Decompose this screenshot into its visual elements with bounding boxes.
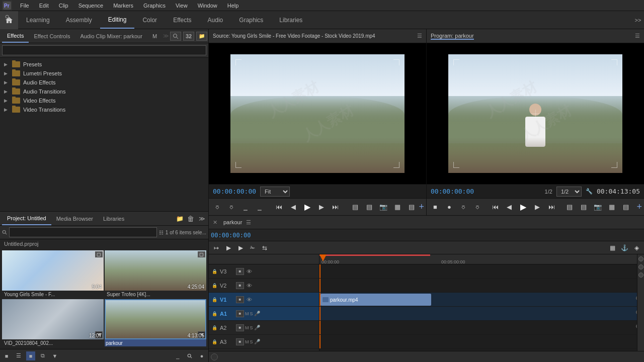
tree-item-lumetri[interactable]: ▶ Lumetri Presets — [0, 69, 208, 78]
source-play[interactable]: ▶ — [301, 201, 314, 214]
tab-audio[interactable]: Audio — [200, 11, 231, 29]
tl-tool-select[interactable]: ↦ — [211, 242, 222, 253]
source-goto-end[interactable]: ⏭ — [329, 201, 342, 214]
tl-markers[interactable]: ◈ — [631, 242, 642, 253]
tab-media-browser[interactable]: Media Browser — [51, 212, 98, 225]
track-eye-v1[interactable]: 👁 — [245, 296, 253, 303]
lock-v1[interactable]: 🔒 — [211, 296, 218, 303]
menu-edit[interactable]: Edit — [37, 2, 51, 10]
prog-goto-start[interactable]: ⏮ — [489, 201, 502, 214]
track-solo-a3[interactable]: S — [250, 339, 253, 344]
source-step-fwd[interactable]: ▶ — [315, 201, 328, 214]
prog-extract[interactable]: ▤ — [577, 201, 590, 214]
workspace-more[interactable]: >> — [632, 17, 644, 23]
project-folder-icon[interactable]: 📁 — [175, 214, 184, 223]
menu-clip[interactable]: Clip — [57, 2, 70, 10]
source-export-frame[interactable]: ▤ — [349, 201, 362, 214]
prog-step-back[interactable]: ◀ — [503, 201, 516, 214]
tab-libraries[interactable]: Libraries — [98, 212, 129, 225]
menu-graphics[interactable]: Graphics — [141, 2, 168, 10]
track-mic-a3[interactable]: 🎤 — [254, 339, 260, 344]
source-settings[interactable]: ▤ — [363, 201, 376, 214]
lock-v3[interactable]: 🔒 — [211, 268, 218, 275]
tl-tool-razor[interactable]: ✁ — [247, 242, 258, 253]
track-mute-a1[interactable]: M — [245, 311, 249, 316]
source-monitor-more[interactable]: ☰ — [417, 33, 422, 39]
project-item-girls[interactable]: ▢ 9:04 Young Girls Smile - F... — [2, 250, 104, 298]
project-list-btn[interactable]: ☰ — [14, 351, 23, 360]
tree-item-video-transitions[interactable]: ▶ Video Transitions — [0, 105, 208, 114]
track-sync-a2[interactable]: ■ — [236, 324, 244, 331]
effects-search-input[interactable] — [2, 45, 206, 55]
track-eye-v2[interactable]: 👁 — [245, 282, 253, 289]
project-zoom-slider[interactable]: ⎯ — [173, 351, 182, 360]
project-item-cup[interactable]: ◥ 12:07 VID_20210804_002... — [2, 299, 104, 347]
project-sort-btn[interactable]: ▼ — [50, 351, 59, 360]
tab-effects[interactable]: Effects — [165, 11, 199, 29]
tl-tool-ripple[interactable]: ▶ — [223, 242, 234, 253]
scroll-dot-1[interactable] — [638, 256, 643, 261]
menu-file[interactable]: File — [18, 2, 31, 10]
source-camera[interactable]: 📷 — [377, 201, 390, 214]
effects-icon-folder[interactable]: 📁 — [196, 32, 207, 41]
lock-a3[interactable]: 🔒 — [211, 338, 218, 345]
source-step-back[interactable]: ◀ — [287, 201, 300, 214]
prog-play[interactable]: ▶ — [517, 201, 530, 214]
prog-mark-in[interactable]: ⎏ — [457, 201, 470, 214]
source-add-clip[interactable]: + — [419, 202, 425, 212]
tab-editing[interactable]: Editing — [100, 11, 135, 29]
source-share[interactable]: ▤ — [405, 201, 418, 214]
project-freeform-btn[interactable]: ⧉ — [38, 351, 47, 360]
timeline-menu[interactable]: ☰ — [246, 219, 251, 226]
tl-tool-slip[interactable]: ⇆ — [259, 242, 270, 253]
project-item-parkour[interactable]: ◥ 4:13:05 — [105, 299, 206, 347]
tab-effects-panel[interactable]: Effects — [2, 29, 29, 43]
tab-libraries[interactable]: Libraries — [271, 11, 310, 29]
source-overwrite[interactable]: ⎯ — [253, 201, 266, 214]
tab-learning[interactable]: Learning — [18, 11, 58, 29]
prog-mark-out[interactable]: ⎏ — [471, 201, 484, 214]
tree-item-presets[interactable]: ▶ Presets — [0, 60, 208, 69]
source-goto-start[interactable]: ⏮ — [273, 201, 286, 214]
prog-safe-margins[interactable]: ■ — [429, 201, 442, 214]
project-icon-view-btn[interactable]: ■ — [26, 351, 35, 360]
source-mark-in[interactable]: ⎏ — [211, 201, 224, 214]
project-delete-icon[interactable]: 🗑 — [186, 214, 195, 223]
menu-window[interactable]: Window — [196, 2, 219, 10]
project-search-input[interactable] — [9, 227, 157, 237]
tl-bottom-circle[interactable] — [211, 353, 218, 360]
track-eye-v3[interactable]: 👁 — [245, 268, 253, 275]
source-mark-out[interactable]: ⎏ — [225, 201, 238, 214]
lock-a1[interactable]: 🔒 — [211, 310, 218, 317]
track-solo-a1[interactable]: S — [250, 311, 253, 316]
prog-export-frame[interactable]: 📷 — [591, 201, 604, 214]
source-fit-select[interactable]: Fit25%50%75%100% — [260, 187, 290, 197]
project-label-parkour-input[interactable] — [106, 340, 151, 346]
tab-color[interactable]: Color — [134, 11, 165, 29]
project-more-icon[interactable]: ≫ — [197, 214, 206, 223]
tree-item-audio-effects[interactable]: ▶ Audio Effects — [0, 78, 208, 87]
source-trim[interactable]: ▦ — [391, 201, 404, 214]
tl-linked[interactable]: ⚓ — [619, 242, 630, 253]
prog-export[interactable]: ▤ — [619, 201, 632, 214]
home-button[interactable] — [0, 11, 18, 29]
track-sync-v1[interactable]: ■ — [236, 296, 244, 303]
tab-m[interactable]: M — [147, 29, 162, 43]
prog-add-marker[interactable]: ● — [443, 201, 456, 214]
menu-markers[interactable]: Markers — [111, 2, 135, 10]
prog-lift[interactable]: ▤ — [563, 201, 576, 214]
prog-add[interactable]: + — [636, 202, 642, 212]
project-new-bin-btn[interactable]: ■ — [2, 351, 11, 360]
track-sync-v3[interactable]: ■ — [236, 268, 244, 275]
tab-effect-controls[interactable]: Effect Controls — [29, 29, 75, 43]
project-panel-btn[interactable]: ● — [197, 351, 206, 360]
program-monitor-more[interactable]: ☰ — [635, 33, 640, 39]
timeline-close[interactable]: ✕ — [213, 219, 217, 226]
track-sync-v2[interactable]: ■ — [236, 282, 244, 289]
icon-import-btn[interactable]: ☷ — [159, 230, 164, 235]
tl-tool-rolling[interactable]: ▶ — [235, 242, 246, 253]
project-search-btn[interactable] — [185, 351, 194, 360]
source-insert[interactable]: ⎯ — [239, 201, 252, 214]
tab-audio-clip-mixer[interactable]: Audio Clip Mixer: parkour — [75, 29, 147, 43]
prog-step-fwd[interactable]: ▶ — [531, 201, 544, 214]
